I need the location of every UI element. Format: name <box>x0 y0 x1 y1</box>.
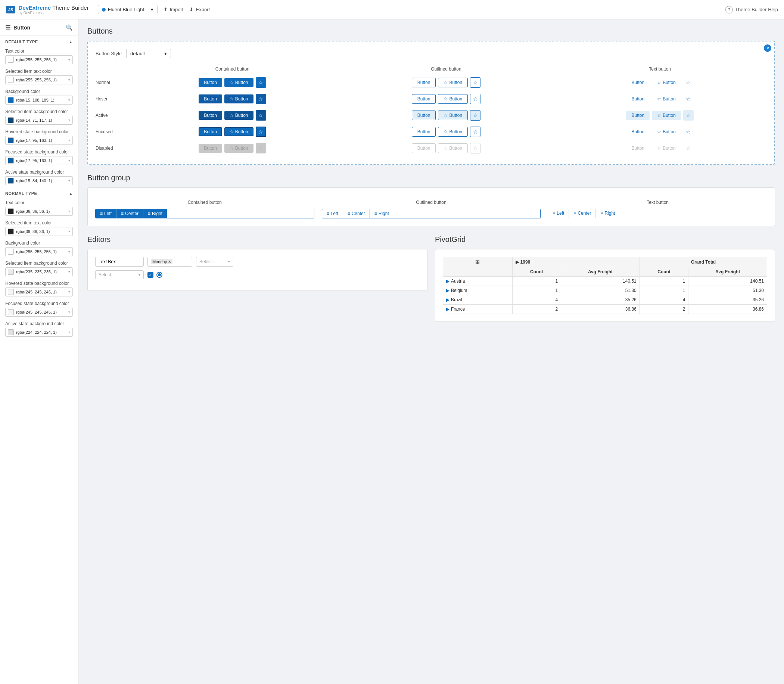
select-box-1[interactable]: Select... ▾ <box>196 257 233 266</box>
prop-value[interactable]: rgba(14, 71, 117, 1) ▾ <box>5 116 73 125</box>
tag-input[interactable]: Monday ✕ <box>147 257 192 266</box>
prop-value[interactable]: rgba(36, 36, 36, 1) ▾ <box>5 227 73 236</box>
prop-value[interactable]: rgba(36, 36, 36, 1) ▾ <box>5 207 73 216</box>
hover-text-icon-only[interactable]: ☆ <box>683 94 694 104</box>
import-button[interactable]: ⬆ Import <box>163 7 184 12</box>
focused-contained-icon-only[interactable]: ☆ <box>256 127 266 137</box>
normal-outlined-icon-btn[interactable]: ☆ Button <box>438 77 468 87</box>
section-normal-type[interactable]: NORMAL TYPE ▲ <box>0 187 78 198</box>
normal-text-btn[interactable]: Button <box>626 78 650 87</box>
normal-outlined-icon-only[interactable]: ☆ <box>470 77 481 88</box>
focused-text-icon-btn[interactable]: ☆ Button <box>652 127 681 136</box>
button-style-arrow: ▾ <box>164 51 167 56</box>
prop-value[interactable]: rgba(15, 84, 140, 1) ▾ <box>5 176 73 185</box>
group-text-center[interactable]: ≡ Center <box>569 209 596 218</box>
pivot-expand-icon[interactable]: ▶ <box>446 307 450 312</box>
expand-year-icon[interactable]: ▶ <box>516 260 519 265</box>
prop-value[interactable]: rgba(255, 255, 255, 1) ▾ <box>5 247 73 256</box>
section-default-chevron: ▲ <box>69 40 73 44</box>
hover-outlined-icon-only[interactable]: ☆ <box>470 94 481 104</box>
focused-outlined-btn[interactable]: Button <box>412 127 436 137</box>
hamburger-icon[interactable]: ☰ <box>5 24 10 31</box>
pivot-header-row-1: ⊞ ▶ 1996 Grand Total <box>443 257 767 267</box>
prop-value-text: rgba(235, 235, 235, 1) <box>16 269 66 274</box>
prop-value[interactable]: rgba(17, 95, 163, 1) ▾ <box>5 156 73 165</box>
group-contained-center[interactable]: ≡ Center <box>116 209 144 218</box>
prop-value[interactable]: rgba(245, 245, 245, 1) ▾ <box>5 287 73 297</box>
prop-value[interactable]: rgba(245, 245, 245, 1) ▾ <box>5 308 73 316</box>
normal-text-icon-btn[interactable]: ☆ Button <box>652 78 681 87</box>
theme-selector[interactable]: Fluent Blue Light ▾ <box>98 5 158 14</box>
prop-value-text: rgba(255, 255, 255, 1) <box>16 249 66 254</box>
checkbox[interactable]: ✓ <box>147 272 153 278</box>
active-text-btn[interactable]: Button <box>626 111 650 120</box>
normal-contained-btn[interactable]: Button <box>198 78 222 87</box>
sidebar-header: ☰ Button 🔍 <box>0 19 78 36</box>
hover-outlined-btn[interactable]: Button <box>412 94 436 104</box>
prop-value-text: rgba(15, 108, 189, 1) <box>16 98 66 102</box>
active-contained-btn[interactable]: Button <box>198 111 222 120</box>
prop-value[interactable]: rgba(255, 255, 255, 1) ▾ <box>5 55 73 64</box>
focused-text-btn[interactable]: Button <box>626 127 650 136</box>
normal-text-icon-only[interactable]: ☆ <box>683 77 694 88</box>
group-contained-right[interactable]: ≡ Right <box>144 209 167 218</box>
hover-outlined-icon-btn[interactable]: ☆ Button <box>438 94 468 104</box>
dropdown-arrow-icon: ▾ <box>68 230 70 233</box>
close-button[interactable]: ✕ <box>764 44 771 52</box>
logo-area: JS DevExtreme Theme Builder by DevExpres… <box>6 5 89 15</box>
active-outlined-icon-btn[interactable]: ☆ Button <box>438 111 468 120</box>
color-swatch <box>8 289 14 295</box>
hover-text-btn[interactable]: Button <box>626 94 650 103</box>
focused-outlined-icon-btn[interactable]: ☆ Button <box>438 127 468 137</box>
normal-outlined-btn[interactable]: Button <box>412 77 436 87</box>
active-outlined-icon-only[interactable]: ☆ <box>470 110 481 121</box>
sidebar: ☰ Button 🔍 DEFAULT TYPE ▲ Text color rgb… <box>0 19 78 684</box>
group-outlined-right[interactable]: ≡ Right <box>370 209 394 218</box>
normal-contained-icon-btn[interactable]: ☆ Button <box>224 78 253 87</box>
active-text-icon-btn[interactable]: ☆ Button <box>652 111 681 120</box>
section-default-type[interactable]: DEFAULT TYPE ▲ <box>0 36 78 46</box>
focused-text-icon-only[interactable]: ☆ <box>683 127 694 137</box>
focused-contained-btn[interactable]: Button <box>198 127 222 136</box>
text-box-input[interactable] <box>95 257 144 266</box>
group-outlined-center[interactable]: ≡ Center <box>343 209 370 218</box>
pivot-expand-icon[interactable]: ▶ <box>446 297 450 302</box>
disabled-text-icon-btn: ☆ Button <box>652 144 681 153</box>
hover-text-icon-btn[interactable]: ☆ Button <box>652 94 681 103</box>
active-contained-icon-only[interactable]: ☆ <box>256 110 266 121</box>
star-icon19: ☆ <box>230 129 234 134</box>
active-text-icon-only[interactable]: ☆ <box>683 110 694 121</box>
prop-value[interactable]: rgba(255, 255, 255, 1) ▾ <box>5 76 73 84</box>
group-contained-left[interactable]: ≡ Left <box>95 209 116 218</box>
prop-value[interactable]: rgba(235, 235, 235, 1) ▾ <box>5 267 73 276</box>
normal-contained-icon-only[interactable]: ☆ <box>256 77 266 88</box>
select-box-2[interactable]: Select... ▾ <box>95 270 144 279</box>
group-outlined-left[interactable]: ≡ Left <box>322 209 343 218</box>
prop-value[interactable]: rgba(224, 224, 224, 1) ▾ <box>5 328 73 337</box>
prop-value[interactable]: rgba(17, 95, 163, 1) ▾ <box>5 136 73 145</box>
star-icon28: ☆ <box>473 145 478 151</box>
pivot-expand-icon[interactable]: ▶ <box>446 279 450 284</box>
focused-contained-icon-btn[interactable]: ☆ Button <box>224 127 253 136</box>
help-button[interactable]: ? Theme Builder Help <box>725 6 778 13</box>
active-contained-icon-btn[interactable]: ☆ Button <box>224 111 253 120</box>
hover-contained-btn[interactable]: Button <box>198 94 222 103</box>
focused-outlined-icon-only[interactable]: ☆ <box>470 127 481 137</box>
export-button[interactable]: ⬇ Export <box>189 7 210 12</box>
hover-contained-icon-btn[interactable]: ☆ Button <box>224 94 253 103</box>
prop-label: Text color <box>5 200 73 205</box>
tag-close-icon[interactable]: ✕ <box>168 260 171 264</box>
button-style-select[interactable]: default ▾ <box>126 49 171 58</box>
search-icon[interactable]: 🔍 <box>66 24 73 31</box>
prop-value-text: rgba(224, 224, 224, 1) <box>16 330 66 334</box>
hover-contained-icon-only[interactable]: ☆ <box>256 94 266 104</box>
sidebar-title: ☰ Button <box>5 24 30 31</box>
active-outlined-btn[interactable]: Button <box>412 111 436 120</box>
group-text-left[interactable]: ≡ Left <box>548 209 569 218</box>
group-text-right[interactable]: ≡ Right <box>596 209 619 218</box>
radio-button[interactable] <box>156 272 162 278</box>
pivot-expand-icon[interactable]: ▶ <box>446 288 450 293</box>
select-arrow-icon2: ▾ <box>139 273 140 277</box>
prop-value[interactable]: rgba(15, 108, 189, 1) ▾ <box>5 95 73 105</box>
hover-text-cell: Button ☆ Button ☆ <box>553 91 767 107</box>
